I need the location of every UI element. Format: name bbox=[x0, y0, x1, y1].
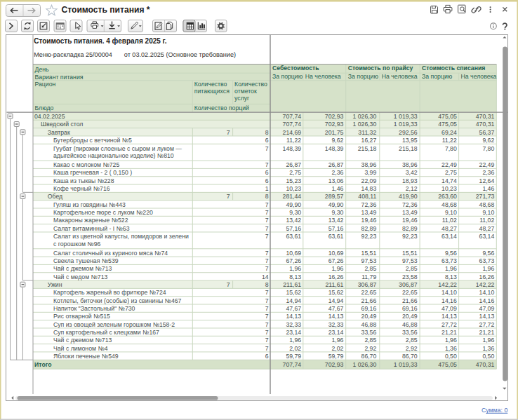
svg-text:48,68: 48,68 bbox=[441, 201, 457, 208]
svg-text:48,27: 48,27 bbox=[441, 225, 457, 232]
svg-text:7: 7 bbox=[265, 209, 269, 216]
svg-text:306,87: 306,87 bbox=[358, 281, 377, 288]
svg-text:48,27: 48,27 bbox=[479, 225, 495, 232]
svg-text:7: 7 bbox=[265, 297, 269, 304]
svg-text:Рацион: Рацион bbox=[35, 81, 56, 88]
svg-text:67,26: 67,26 bbox=[286, 257, 301, 264]
svg-text:14,94: 14,94 bbox=[328, 297, 344, 304]
svg-text:Стоимость списания: Стоимость списания bbox=[422, 65, 485, 72]
svg-text:470,31: 470,31 bbox=[476, 113, 495, 120]
svg-text:201,75: 201,75 bbox=[325, 129, 344, 136]
svg-text:Котлеты, биточки (особые) из с: Котлеты, биточки (особые) из свинины №46… bbox=[53, 297, 182, 304]
svg-text:13,49: 13,49 bbox=[361, 209, 377, 216]
svg-text:289,57: 289,57 bbox=[325, 193, 344, 200]
svg-text:2,85: 2,85 bbox=[406, 265, 418, 272]
svg-text:Рис отварной №515: Рис отварной №515 bbox=[53, 313, 110, 320]
svg-text:2,85: 2,85 bbox=[406, 337, 418, 344]
svg-text:48,68: 48,68 bbox=[479, 201, 495, 208]
svg-text:7: 7 bbox=[265, 225, 269, 232]
svg-text:92,23: 92,23 bbox=[361, 233, 377, 240]
svg-text:13,42: 13,42 bbox=[286, 217, 301, 224]
svg-text:На человека: На человека bbox=[382, 73, 418, 80]
svg-text:86,70: 86,70 bbox=[402, 353, 418, 360]
svg-text:с горошком №96: с горошком №96 bbox=[53, 241, 100, 248]
svg-text:13,49: 13,49 bbox=[402, 209, 418, 216]
svg-text:Салат столичный из куриного мя: Салат столичный из куриного мяса №74 bbox=[53, 250, 168, 257]
svg-text:1,96: 1,96 bbox=[331, 337, 343, 344]
svg-text:6: 6 bbox=[265, 353, 269, 360]
svg-text:15,62: 15,62 bbox=[328, 289, 344, 296]
svg-text:38,96: 38,96 bbox=[361, 161, 377, 168]
svg-text:21,66: 21,66 bbox=[402, 297, 418, 304]
svg-text:9,10: 9,10 bbox=[482, 209, 494, 216]
svg-text:7: 7 bbox=[265, 345, 269, 352]
svg-text:47,09: 47,09 bbox=[441, 305, 457, 312]
svg-text:Обед: Обед bbox=[48, 193, 62, 200]
svg-text:214,69: 214,69 bbox=[283, 129, 302, 136]
svg-text:Свекла тушеная №539: Свекла тушеная №539 bbox=[53, 257, 119, 264]
svg-text:19,46: 19,46 bbox=[402, 217, 418, 224]
svg-text:18,93: 18,93 bbox=[402, 177, 418, 184]
svg-text:1 019,33: 1 019,33 bbox=[394, 121, 418, 128]
svg-text:69,24: 69,24 bbox=[441, 129, 457, 136]
svg-text:7: 7 bbox=[265, 321, 269, 328]
svg-text:2,12: 2,12 bbox=[406, 185, 418, 192]
svg-text:Напиток "Застольный" №730: Напиток "Застольный" №730 bbox=[53, 305, 135, 312]
svg-text:26,87: 26,87 bbox=[286, 161, 301, 168]
svg-text:1,36: 1,36 bbox=[482, 345, 494, 352]
svg-text:1,96: 1,96 bbox=[445, 265, 457, 272]
svg-text:1 026,30: 1 026,30 bbox=[352, 361, 376, 368]
svg-text:адыгейское национальное издели: адыгейское национальное изделие) №810 bbox=[53, 152, 174, 159]
svg-text:27,72: 27,72 bbox=[479, 321, 495, 328]
svg-text:Картофельное пюре с луком №220: Картофельное пюре с луком №220 bbox=[53, 209, 153, 216]
svg-text:707,74: 707,74 bbox=[283, 113, 302, 120]
svg-text:15,62: 15,62 bbox=[286, 289, 301, 296]
svg-text:7: 7 bbox=[265, 265, 269, 272]
svg-text:15,51: 15,51 bbox=[361, 250, 377, 257]
svg-text:63,73: 63,73 bbox=[479, 257, 495, 264]
svg-text:6: 6 bbox=[265, 169, 269, 176]
svg-text:148,39: 148,39 bbox=[283, 145, 302, 152]
svg-text:475,05: 475,05 bbox=[438, 361, 457, 368]
svg-text:Блюдо: Блюдо bbox=[35, 104, 54, 111]
svg-text:14,10: 14,10 bbox=[479, 289, 495, 296]
svg-text:Какао с молоком №725: Какао с молоком №725 bbox=[53, 161, 119, 168]
svg-text:9,56: 9,56 bbox=[482, 250, 494, 257]
svg-text:32,33: 32,33 bbox=[328, 321, 344, 328]
svg-text:Каша гречневая - 2 ( 0,150 ): Каша гречневая - 2 ( 0,150 ) bbox=[53, 169, 132, 176]
svg-text:Сумма: 0: Сумма: 0 bbox=[482, 407, 508, 414]
svg-text:8: 8 bbox=[265, 281, 269, 288]
svg-text:1 019,33: 1 019,33 bbox=[394, 113, 418, 120]
svg-text:14,16: 14,16 bbox=[441, 297, 457, 304]
svg-text:1,96: 1,96 bbox=[482, 337, 494, 344]
svg-text:За порцию: За порцию bbox=[422, 73, 453, 80]
svg-text:47,67: 47,67 bbox=[328, 305, 344, 312]
svg-text:12,64: 12,64 bbox=[479, 177, 495, 184]
svg-text:Суп из овощей зеленым горошком: Суп из овощей зеленым горошком №158-2 bbox=[53, 321, 175, 328]
svg-text:0,50: 0,50 bbox=[445, 353, 457, 360]
svg-text:69,16: 69,16 bbox=[402, 305, 418, 312]
svg-text:707,74: 707,74 bbox=[283, 361, 302, 368]
svg-text:Количество: Количество bbox=[194, 81, 227, 88]
svg-text:Ужин: Ужин bbox=[48, 281, 62, 288]
svg-text:1 019,33: 1 019,33 bbox=[394, 361, 418, 368]
svg-text:10,69: 10,69 bbox=[286, 250, 301, 257]
svg-text:1 026,30: 1 026,30 bbox=[352, 113, 376, 120]
svg-text:86,70: 86,70 bbox=[361, 353, 377, 360]
svg-text:2,92: 2,92 bbox=[364, 345, 376, 352]
svg-text:Картофель жареный во фритюре №: Картофель жареный во фритюре №724 bbox=[53, 289, 166, 296]
svg-text:46,88: 46,88 bbox=[402, 321, 418, 328]
svg-text:Салат витаминный - I №63: Салат витаминный - I №63 bbox=[53, 225, 130, 232]
svg-text:19,46: 19,46 bbox=[361, 217, 377, 224]
svg-text:211,61: 211,61 bbox=[283, 281, 301, 288]
svg-text:2,02: 2,02 bbox=[331, 345, 343, 352]
svg-text:16,26: 16,26 bbox=[328, 273, 344, 280]
svg-text:9,62: 9,62 bbox=[331, 137, 343, 144]
svg-text:32,33: 32,33 bbox=[286, 321, 301, 328]
svg-text:14: 14 bbox=[262, 273, 269, 280]
svg-text:7: 7 bbox=[265, 145, 269, 152]
svg-text:63,61: 63,61 bbox=[328, 233, 344, 240]
svg-text:Суп картофельный с клецками №1: Суп картофельный с клецками №167 bbox=[53, 329, 159, 336]
svg-text:63,14: 63,14 bbox=[479, 233, 495, 240]
svg-text:Шведский стол: Шведский стол bbox=[41, 121, 83, 128]
